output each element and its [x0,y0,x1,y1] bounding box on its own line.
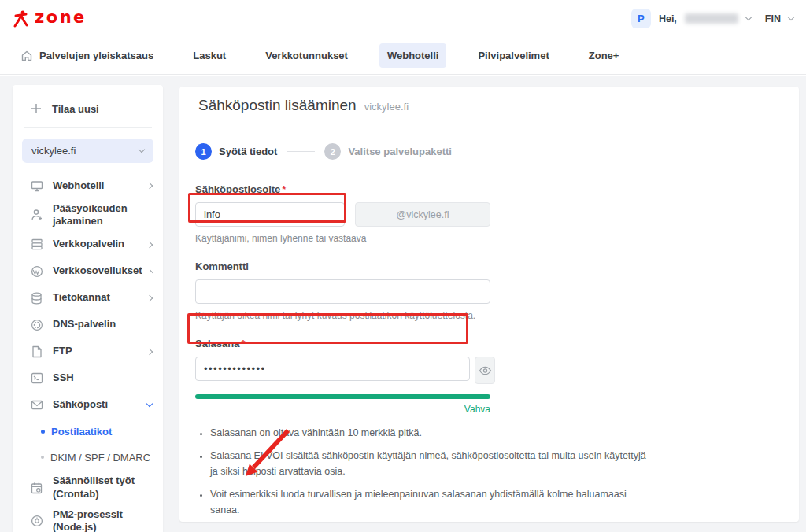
page-background: Tilaa uusi vickylee.fi Webhotelli [0,76,806,532]
password-input[interactable] [195,357,470,381]
order-new-button[interactable]: Tilaa uusi [13,99,163,127]
password-strength: Vahva [195,394,490,415]
order-new-label: Tilaa uusi [52,103,99,115]
nav-item-invoices[interactable]: Laskut [185,43,234,68]
sidebar-item-ssh[interactable]: SSH [13,365,163,392]
nav-item-webhosting[interactable]: Webhotelli [379,43,446,68]
sidebar-item-databases[interactable]: Tietokannat [13,285,163,312]
top-header: zone P Hei, FIN [0,0,806,37]
chevron-down-icon [146,401,153,407]
eye-icon [479,366,492,375]
sidebar-item-webhotelli[interactable]: Webhotelli [13,172,163,199]
domain-selector[interactable]: vickylee.fi [22,139,153,163]
bullet-icon [41,430,45,434]
main-nav: Palvelujen yleiskatsaus Laskut Verkkotun… [0,37,806,75]
email-add-panel: Sähköpostin lisääminen vickylee.fi 1 Syö… [179,87,799,522]
page-subtitle-domain: vickylee.fi [364,101,409,113]
nav-label: Zone+ [589,50,619,61]
chevron-down-icon[interactable] [745,14,752,20]
user-name-redacted [685,13,738,24]
sidebar-item-webapps[interactable]: Verkkosovellukset [13,258,163,285]
zone-logo[interactable]: zone [13,9,87,28]
file-icon [30,345,43,358]
user-plus-icon [30,209,43,221]
password-rules-list: Salasanan on oltava vähintään 10 merkkiä… [195,426,656,518]
chevron-down-icon[interactable] [788,14,794,20]
nav-label: Webhotelli [387,50,438,61]
nav-label: Pilvipalvelimet [478,50,549,61]
toggle-password-visibility-button[interactable] [475,357,495,384]
password-strength-label: Vahva [195,404,490,415]
email-field-group: Sähköpostiosoite* @vickylee.fi Käyttäjän… [195,183,783,244]
user-greeting: Hei, [659,13,677,24]
step-2-number: 2 [324,143,341,160]
comment-helper-text: Käyttäjän oikea nimi tai lyhyt kuvaus po… [195,310,783,321]
dns-icon [30,319,43,331]
nav-label: Palvelujen yleiskatsaus [39,50,153,61]
domain-selector-value: vickylee.fi [31,145,76,157]
sidebar-item-dns[interactable]: DNS-palvelin [13,312,163,338]
email-field-label: Sähköpostiosoite* [195,183,783,195]
divider [24,127,152,128]
sidebar-subitem-dkim[interactable]: DKIM / SPF / DMARC [13,445,163,471]
nav-item-zoneplus[interactable]: Zone+ [581,43,627,68]
sidebar-item-email[interactable]: Sähköposti [13,392,163,419]
step-1-number: 1 [195,143,212,160]
step-1-label: Syötä tiedot [219,146,277,157]
server-icon [30,238,43,250]
password-field-label: Salasana* [195,338,783,349]
plus-icon [30,102,43,115]
brand-wordmark: zone [35,9,87,26]
nav-label: Laskut [193,50,226,61]
language-selector[interactable]: FIN [765,13,781,24]
chevron-right-icon [146,241,153,247]
sidebar-item-crontab[interactable]: Säännölliset työt (Crontab) [13,471,163,505]
wizard-steps: 1 Syötä tiedot 2 Valitse palvelupaketti [195,143,783,160]
step-connector [287,151,315,152]
runner-icon [13,9,30,28]
chevron-right-icon [146,348,153,354]
required-asterisk: * [282,183,286,195]
nav-item-domains[interactable]: Verkkotunnukset [257,43,356,68]
email-helper-text: Käyttäjänimi, nimen lyhenne tai vastaava [195,233,783,244]
nav-label: Verkkotunnukset [265,50,348,61]
database-icon [30,292,43,305]
sidebar-item-pm2[interactable]: PM2-prosessit (Node.js) [13,505,163,532]
comment-field-group: Kommentti Käyttäjän oikea nimi tai lyhyt… [195,260,783,321]
page-title: Sähköpostin lisääminen [198,97,357,114]
sidebar-item-webserver[interactable]: Verkkopalvelin [13,231,163,258]
home-icon [20,50,33,62]
password-strength-bar [195,394,490,399]
wordpress-icon [30,265,43,278]
password-rule: Salasana EI VOI sisältää sähköpostin käy… [210,449,656,479]
sidebar-subitem-mailboxes[interactable]: Postilaatikot [13,419,163,445]
email-domain-suffix: @vickylee.fi [355,202,490,227]
password-rule: Salasanan on oltava vähintään 10 merkkiä… [210,426,656,441]
user-avatar[interactable]: P [631,9,651,28]
bullet-icon [41,456,44,459]
comment-input[interactable] [195,279,490,304]
sidebar: Tilaa uusi vickylee.fi Webhotelli [13,85,163,532]
chevron-right-icon [146,183,153,189]
step-2-label: Valitse palvelupaketti [348,146,452,157]
nav-item-cloudservers[interactable]: Pilvipalvelimet [470,43,556,68]
sidebar-item-access-sharing[interactable]: Pääsyoikeuden jakaminen [13,199,163,231]
required-asterisk: * [241,338,245,349]
step-1: 1 Syötä tiedot [195,143,277,160]
calendar-icon [30,482,43,494]
step-2: 2 Valitse palvelupaketti [324,143,452,160]
envelope-icon [30,400,43,410]
password-rule: Voit esimerkiksi luoda turvallisen ja mi… [210,487,656,518]
chevron-down-icon [139,146,145,153]
nav-item-overview[interactable]: Palvelujen yleiskatsaus [13,43,161,68]
monitor-icon [30,180,43,192]
sidebar-item-ftp[interactable]: FTP [13,338,163,365]
chevron-right-icon [150,269,153,273]
terminal-icon [30,372,43,384]
chevron-right-icon [146,294,153,301]
password-field-group: Salasana* Vahva [195,338,783,518]
email-local-part-input[interactable] [195,202,345,227]
comment-field-label: Kommentti [195,260,783,272]
process-icon [30,515,43,527]
